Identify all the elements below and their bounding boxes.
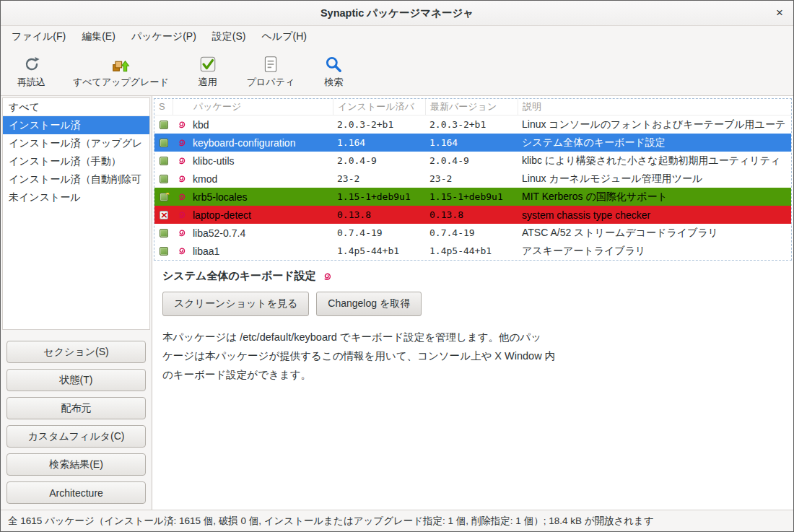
debian-swirl-icon xyxy=(173,156,189,165)
toolbar-button-label: 再読込 xyxy=(17,76,45,89)
menu-item[interactable]: 編集(E) xyxy=(74,26,123,48)
package-name: kbd xyxy=(189,119,333,131)
status-cell xyxy=(154,121,173,129)
apply-icon xyxy=(198,54,217,74)
detail-buttons: スクリーンショットを見るChangelog を取得 xyxy=(162,292,783,316)
table-row[interactable]: libaa1 1.4p5-44+b1 1.4p5-44+b1 アスキーアートライ… xyxy=(154,242,791,260)
package-name: keyboard-configuration xyxy=(189,137,333,149)
detail-action-button[interactable]: スクリーンショットを見る xyxy=(162,292,309,316)
package-name: laptop-detect xyxy=(189,209,333,221)
package-name: klibc-utils xyxy=(189,155,333,167)
latest-version: 2.0.3-2+b1 xyxy=(426,119,518,130)
table-row[interactable]: kbd 2.0.3-2+b1 2.0.3-2+b1 Linux コンソールのフォ… xyxy=(154,115,791,134)
table-row[interactable]: keyboard-configuration 1.164 1.164 システム全… xyxy=(154,134,791,152)
detail-description: 本パッケージは /etc/default/keyboard でキーボード設定を管… xyxy=(162,328,639,384)
status-cell xyxy=(154,157,173,165)
marked-removal-icon: × xyxy=(160,211,168,219)
column-header[interactable]: インストール済バ xyxy=(333,99,426,115)
filter-item[interactable]: すべて xyxy=(3,98,149,116)
table-row[interactable]: kmod 23-2 23-2 Linux カーネルモジュール管理用ツール xyxy=(154,170,791,188)
marked-upgrade-icon: ★ xyxy=(160,193,168,201)
package-description: Linux コンソールのフォントおよびキーテーブル用ユーテ xyxy=(518,118,791,131)
debian-swirl-icon xyxy=(173,138,189,147)
package-table-body: kbd 2.0.3-2+b1 2.0.3-2+b1 Linux コンソールのフォ… xyxy=(154,115,791,260)
latest-version: 23-2 xyxy=(426,173,518,184)
package-name: kmod xyxy=(189,173,333,185)
menu-item[interactable]: 設定(S) xyxy=(204,26,254,48)
table-row[interactable]: klibc-utils 2.0.4-9 2.0.4-9 klibc により構築さ… xyxy=(154,152,791,170)
installed-version: 1.15-1+deb9u1 xyxy=(333,191,426,202)
sidebar-button[interactable]: Architecture xyxy=(6,481,146,504)
filter-item[interactable]: インストール済 xyxy=(3,116,149,134)
sidebar-button[interactable]: 検索結果(E) xyxy=(6,453,146,476)
upgrade-all-icon xyxy=(111,54,130,74)
filter-item[interactable]: インストール済（自動削除可 xyxy=(3,170,149,188)
sidebar-button[interactable]: 状態(T) xyxy=(6,369,146,391)
installed-icon xyxy=(160,139,168,147)
toolbar-search-button[interactable]: 検索 xyxy=(311,51,356,92)
toolbar-apply-button[interactable]: 適用 xyxy=(186,51,230,92)
status-cell xyxy=(154,139,173,147)
toolbar-upgrade-all-button[interactable]: すべてアップグレード xyxy=(62,51,180,92)
close-button[interactable]: × xyxy=(776,1,783,25)
sidebar-buttons: セクション(S)状態(T)配布元カスタムフィルタ(C)検索結果(E)Archit… xyxy=(1,335,152,510)
toolbar-properties-button[interactable]: プロパティ xyxy=(236,51,306,92)
package-name: libaa1 xyxy=(189,245,333,257)
content-area: Sパッケージインストール済バ最新バージョン説明 kbd 2.0.3-2+b1 2… xyxy=(152,96,793,510)
toolbar-reload-button[interactable]: 再読込 xyxy=(6,51,56,92)
column-header[interactable]: パッケージ xyxy=(189,99,333,115)
package-description: Linux カーネルモジュール管理用ツール xyxy=(518,173,791,186)
debian-swirl-icon xyxy=(173,246,189,256)
menu-item[interactable]: パッケージ(P) xyxy=(123,26,204,48)
sidebar-button[interactable]: 配布元 xyxy=(6,397,146,419)
installed-icon xyxy=(160,121,168,129)
installed-icon xyxy=(160,175,168,183)
installed-version: 0.7.4-19 xyxy=(333,227,426,238)
menu-item[interactable]: ヘルプ(H) xyxy=(254,26,315,48)
toolbar-button-label: プロパティ xyxy=(247,76,295,89)
package-description: system chassis type checker xyxy=(518,209,791,221)
package-description: アスキーアートライブラリ xyxy=(518,245,791,258)
installed-icon xyxy=(160,247,168,256)
status-cell: × xyxy=(154,211,173,219)
package-description: MIT Kerberos の国際化サポート xyxy=(518,191,791,204)
filter-item[interactable]: インストール済（アップグレ xyxy=(3,134,149,152)
installed-version: 2.0.3-2+b1 xyxy=(333,119,426,130)
sidebar-button[interactable]: セクション(S) xyxy=(6,341,146,363)
package-table: Sパッケージインストール済バ最新バージョン説明 kbd 2.0.3-2+b1 2… xyxy=(154,98,792,261)
column-header[interactable]: S xyxy=(154,99,173,115)
installed-version: 0.13.8 xyxy=(333,209,426,220)
toolbar-button-label: すべてアップグレード xyxy=(73,76,169,89)
reload-icon xyxy=(22,54,41,74)
detail-action-button[interactable]: Changelog を取得 xyxy=(316,292,422,316)
latest-version: 2.0.4-9 xyxy=(426,155,518,166)
toolbar-button-label: 検索 xyxy=(324,76,343,89)
filter-item[interactable]: インストール済（手動） xyxy=(3,152,149,170)
search-icon xyxy=(324,54,343,74)
installed-version: 1.4p5-44+b1 xyxy=(333,245,426,256)
debian-swirl-icon xyxy=(173,174,189,183)
table-row[interactable]: liba52-0.7.4 0.7.4-19 0.7.4-19 ATSC A/52… xyxy=(154,224,791,242)
sidebar-button[interactable]: カスタムフィルタ(C) xyxy=(6,425,146,448)
table-header-row: Sパッケージインストール済バ最新バージョン説明 xyxy=(154,99,791,115)
status-cell: ★ xyxy=(154,193,173,201)
column-header[interactable]: 最新バージョン xyxy=(426,99,518,115)
installed-version: 23-2 xyxy=(333,173,426,184)
table-row[interactable]: × laptop-detect 0.13.8 0.13.8 system cha… xyxy=(154,206,791,224)
installed-icon xyxy=(160,157,168,165)
installed-version: 2.0.4-9 xyxy=(333,155,426,166)
window-title: Synaptic パッケージマネージャ xyxy=(320,6,474,20)
debian-swirl-icon xyxy=(173,192,189,201)
titlebar: Synaptic パッケージマネージャ × xyxy=(1,1,793,26)
filter-item[interactable]: 未インストール xyxy=(3,188,149,206)
table-row[interactable]: ★ krb5-locales 1.15-1+deb9u1 1.15-1+deb9… xyxy=(154,188,791,206)
latest-version: 0.7.4-19 xyxy=(426,227,518,238)
menu-item[interactable]: ファイル(F) xyxy=(4,26,74,48)
package-name: liba52-0.7.4 xyxy=(189,227,333,239)
installed-icon xyxy=(160,229,168,237)
column-header[interactable]: 説明 xyxy=(518,99,791,115)
package-description: klibc により構築された小さな起動初期用ユーティリティ xyxy=(518,154,791,167)
status-cell xyxy=(154,247,173,256)
latest-version: 1.164 xyxy=(426,137,518,148)
status-cell xyxy=(154,175,173,183)
